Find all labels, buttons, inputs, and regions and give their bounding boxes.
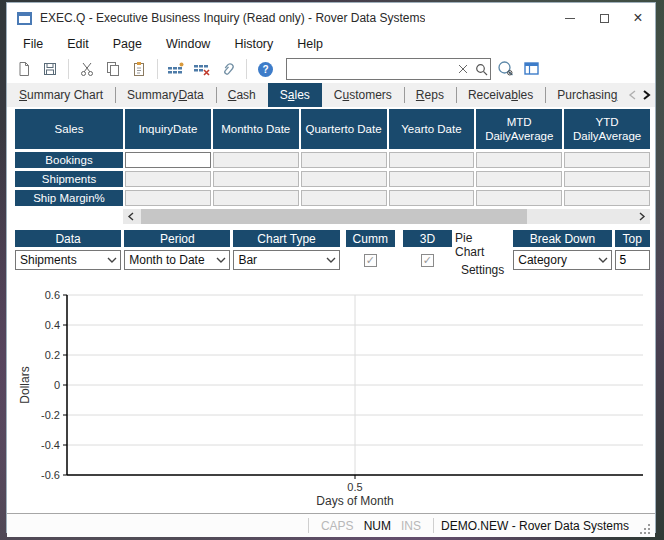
- lock-key-indicators: CAPSNUMINS: [316, 519, 426, 533]
- attach-icon[interactable]: [217, 58, 239, 80]
- tab-purchasing[interactable]: Purchasing: [545, 83, 625, 107]
- menu-item-window[interactable]: Window: [154, 35, 222, 53]
- status-separator: [433, 518, 434, 533]
- tab-cash[interactable]: Cash: [216, 83, 268, 107]
- lock-key-num: NUM: [364, 519, 391, 533]
- table-cell[interactable]: [213, 190, 299, 206]
- data-select[interactable]: Shipments: [15, 250, 121, 270]
- table-cell[interactable]: [125, 171, 211, 187]
- lock-key-caps: CAPS: [321, 519, 354, 533]
- svg-text:Days of Month: Days of Month: [316, 494, 393, 508]
- menu-item-help[interactable]: Help: [285, 35, 335, 53]
- tab-scroll-right-icon[interactable]: [639, 86, 653, 104]
- app-window: EXEC.Q - Executive Business Inquiry (Rea…: [6, 2, 656, 533]
- menu-bar: FileEditPageWindowHistoryHelp: [7, 33, 655, 55]
- resize-grip-icon[interactable]: [639, 523, 651, 535]
- scroll-right-icon[interactable]: [634, 209, 650, 224]
- data-grid: SalesInquiryDateMonthto DateQuarterto Da…: [15, 109, 650, 206]
- table-cell[interactable]: [301, 171, 387, 187]
- paste-icon[interactable]: [128, 58, 150, 80]
- tab-reps[interactable]: Reps: [404, 83, 456, 107]
- toolbar-separator: [246, 59, 247, 79]
- table-cell[interactable]: [564, 152, 650, 168]
- tab-scroll-left-icon[interactable]: [625, 86, 639, 104]
- break-down-select-value: Category: [518, 253, 594, 267]
- cumm-checkbox[interactable]: ✓: [364, 254, 377, 267]
- grid-corner-header: Sales: [15, 109, 123, 149]
- 3d-checkbox[interactable]: ✓: [421, 254, 434, 267]
- svg-text:0.5: 0.5: [347, 481, 362, 493]
- menu-item-file[interactable]: File: [11, 35, 55, 53]
- period-select[interactable]: Month to Date: [124, 250, 230, 270]
- cumm-header: Cumm: [346, 230, 395, 247]
- layout-icon[interactable]: [521, 58, 543, 80]
- grid-row-header: Shipments: [15, 171, 123, 187]
- table-cell[interactable]: [564, 171, 650, 187]
- tab-strip: Summary ChartSummary DataCashSalesCustom…: [7, 83, 655, 107]
- delete-row-icon[interactable]: [191, 58, 213, 80]
- svg-text:Dollars: Dollars: [18, 366, 32, 403]
- search-input[interactable]: [287, 60, 454, 78]
- horizontal-scrollbar[interactable]: [123, 209, 650, 224]
- grid-column-header: Quarterto Date: [301, 109, 387, 149]
- tab-scroll-buttons: [625, 83, 655, 107]
- scrollbar-thumb[interactable]: [141, 209, 527, 224]
- table-cell[interactable]: [213, 171, 299, 187]
- chevron-down-icon: [595, 252, 611, 268]
- search-clear-icon[interactable]: [454, 60, 472, 78]
- top-input[interactable]: 5: [615, 250, 650, 270]
- svg-text:0.4: 0.4: [45, 319, 60, 331]
- close-button[interactable]: ×: [621, 3, 655, 33]
- table-cell[interactable]: [476, 171, 562, 187]
- table-cell[interactable]: [125, 152, 211, 168]
- grid-row-header: Ship Margin%: [15, 190, 123, 206]
- table-cell[interactable]: [125, 190, 211, 206]
- maximize-button[interactable]: [587, 3, 621, 33]
- table-cell[interactable]: [389, 152, 475, 168]
- chevron-down-icon: [213, 252, 229, 268]
- insert-row-icon[interactable]: [165, 58, 187, 80]
- scroll-left-icon[interactable]: [123, 209, 139, 224]
- table-cell[interactable]: [476, 152, 562, 168]
- tab-sales[interactable]: Sales: [268, 83, 322, 107]
- tab-receivables[interactable]: Receivables: [456, 83, 545, 107]
- save-icon[interactable]: [39, 58, 61, 80]
- menu-item-history[interactable]: History: [222, 35, 285, 53]
- search-icon[interactable]: [472, 60, 490, 78]
- copy-icon[interactable]: [102, 58, 124, 80]
- tab-customers[interactable]: Customers: [322, 83, 404, 107]
- grid-column-header: MTD DailyAverage: [476, 109, 562, 149]
- table-cell[interactable]: [301, 152, 387, 168]
- cut-icon[interactable]: [76, 58, 98, 80]
- lock-key-ins: INS: [401, 519, 421, 533]
- app-window-icon: [17, 12, 32, 25]
- settings-label: Settings: [461, 263, 504, 277]
- table-cell[interactable]: [389, 190, 475, 206]
- menu-item-edit[interactable]: Edit: [55, 35, 101, 53]
- grid-column-header: Monthto Date: [213, 109, 299, 149]
- table-cell[interactable]: [476, 190, 562, 206]
- help-icon[interactable]: ?: [254, 58, 276, 80]
- table-cell[interactable]: [301, 190, 387, 206]
- svg-text:0: 0: [54, 379, 60, 391]
- chart-type-header: Chart Type: [233, 230, 339, 247]
- table-cell[interactable]: [564, 190, 650, 206]
- chevron-down-icon: [104, 252, 120, 268]
- grid-column-header: YTD DailyAverage: [564, 109, 650, 149]
- menu-item-page[interactable]: Page: [101, 35, 154, 53]
- find-preview-icon[interactable]: [495, 58, 517, 80]
- chart-plot: 0.60.40.20-0.2-0.4-0.60.5Days of MonthDo…: [15, 283, 651, 513]
- table-cell[interactable]: [389, 171, 475, 187]
- tab-summary-data[interactable]: Summary Data: [115, 83, 216, 107]
- table-cell[interactable]: [213, 152, 299, 168]
- chart-type-select[interactable]: Bar: [233, 250, 339, 270]
- scrollbar-track[interactable]: [139, 209, 634, 224]
- chart-controls: Data Shipments Period Month to Date Char…: [15, 230, 650, 277]
- pie-chart-settings-labels: Pie Chart Settings: [455, 230, 510, 277]
- minimize-button[interactable]: [553, 3, 587, 33]
- new-document-icon[interactable]: [13, 58, 35, 80]
- break-down-select[interactable]: Category: [513, 250, 611, 270]
- tab-summary-chart[interactable]: Summary Chart: [7, 83, 115, 107]
- svg-text:-0.4: -0.4: [41, 439, 60, 451]
- search-box: [286, 58, 491, 80]
